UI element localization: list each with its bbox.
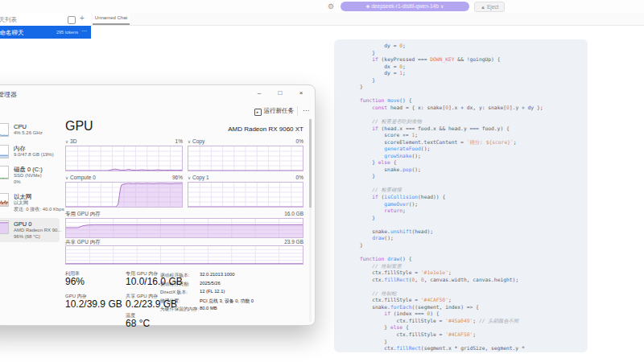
- chat-title: 未命名聊天: [0, 29, 24, 37]
- maximize-button[interactable]: □: [270, 85, 291, 101]
- driver-info-value: 32.0.21013.1000: [200, 272, 235, 279]
- code-line: [360, 91, 581, 98]
- engine-label[interactable]: ∨Copy 1: [188, 175, 209, 180]
- nav-item-detail: 发送: 0 接收: 40.0 Kbps: [14, 207, 56, 213]
- gpu-panel: GPU AMD Radeon RX 9060 XT ∨3D1%∨Copy0%∨C…: [65, 119, 312, 325]
- code-line: growSnake();: [360, 153, 581, 160]
- new-folder-icon[interactable]: [68, 16, 76, 24]
- nav-item-gpu[interactable]: GPU 0AMD Radeon RX 90...96% (68 °C): [0, 218, 60, 242]
- minimize-button[interactable]: –: [249, 85, 270, 101]
- code-line: // 检查碰撞: [360, 187, 581, 194]
- code-line: }: [360, 242, 581, 249]
- nav-item-detail: 4% 5.26 GHz: [14, 130, 56, 137]
- chat-list-item-selected[interactable]: 未命名聊天 295 tokens ⋯: [0, 26, 91, 39]
- engine-chart-compute-0: ∨Compute 096%: [65, 175, 183, 208]
- code-line: snake.forEach((segment, index) => {: [360, 304, 581, 311]
- scrollbar[interactable]: [309, 119, 312, 322]
- more-options-icon[interactable]: ⋯: [303, 105, 309, 117]
- code-line: function move() {: [360, 97, 581, 105]
- chevron-down-icon: ∨: [65, 139, 68, 144]
- engine-chart-svg: [188, 146, 303, 171]
- mem-mini-chart: [0, 145, 9, 158]
- memory-chart-svg: [66, 219, 303, 237]
- engine-label[interactable]: ∨Compute 0: [65, 175, 96, 180]
- code-line: // 绘制背景: [360, 263, 581, 270]
- code-line: [360, 283, 581, 290]
- close-button[interactable]: ×: [291, 85, 312, 101]
- tab-unnamed-chat[interactable]: Unnamed Chat: [93, 13, 130, 25]
- code-line: dx = 0;: [360, 64, 581, 71]
- code-line: [360, 180, 581, 187]
- run-new-task-label: 运行新任务: [264, 107, 295, 114]
- performance-nav: CPU4% 5.26 GHz内存9.0/47.8 GB (19%)磁盘 0 (C…: [0, 121, 62, 245]
- engine-label[interactable]: ∨3D: [65, 138, 76, 144]
- engine-percent: 96%: [172, 175, 183, 180]
- engine-percent: 0%: [296, 175, 303, 180]
- nav-item-detail: 96% (68 °C): [14, 234, 56, 241]
- memory-chart-svg: [66, 246, 303, 264]
- code-line: if (keyPressed === DOWN_KEY && !goingUp)…: [360, 56, 581, 64]
- code-line: ctx.fillStyle = '#4CAF50';: [360, 297, 581, 304]
- code-line: ctx.fillStyle = '#45a049'; // 头部颜色不同: [360, 318, 581, 325]
- code-line: } else {: [360, 324, 581, 331]
- code-line: snake.pop();: [360, 167, 581, 174]
- engine-label[interactable]: ∨Copy: [188, 138, 204, 144]
- code-line: dy = 1;: [360, 70, 581, 77]
- nav-item-title: CPU: [14, 123, 56, 130]
- stat-value: 68 °C: [126, 319, 150, 329]
- memory-chart-box: [65, 218, 303, 238]
- run-new-task-button[interactable]: ▸运行新任务: [254, 105, 295, 117]
- memory-chart-capacity: 23.9 GB: [284, 239, 303, 245]
- loaded-model-pill[interactable]: ◈ deepseek-r1-distill-qwen-14b ∨: [341, 2, 469, 11]
- code-block: dy = 0; } if (keyPressed === DOWN_KEY &&…: [334, 39, 588, 352]
- code-line: } else {: [360, 159, 581, 167]
- code-line: draw();: [360, 235, 581, 242]
- disk-mini-chart: [0, 166, 9, 179]
- nav-item-eth[interactable]: 以太网以太网发送: 0 接收: 40.0 Kbps: [0, 191, 60, 215]
- chat-item-menu-icon[interactable]: ⋯: [81, 28, 87, 35]
- driver-info-value: 2025/5/26: [200, 281, 221, 288]
- code-line: ctx.fillStyle = '#4CAF50';: [360, 331, 581, 339]
- code-line: const head = { x: snake[0].x + dx, y: sn…: [360, 105, 581, 112]
- code-line: if (isCollision(head)) {: [360, 194, 581, 201]
- nav-item-title: 内存: [14, 145, 56, 152]
- gpu-stat-4: 温度68 °C: [126, 312, 150, 329]
- memory-chart-labels: 专用 GPU 内存16.0 GB: [65, 211, 303, 218]
- gpu-mini-svg: [0, 221, 8, 233]
- engine-chart-copy: ∨Copy0%: [188, 138, 303, 171]
- eject-button[interactable]: ▲ Eject: [474, 2, 505, 12]
- eth-mini-svg: [0, 194, 8, 206]
- driver-info-value: 12 (FL 12.1): [200, 289, 225, 296]
- chat-token-count: 295 tokens: [56, 30, 78, 35]
- gear-icon[interactable]: ⚙: [325, 1, 336, 12]
- engine-chart-box: [65, 182, 183, 208]
- scrollbar-thumb[interactable]: [309, 119, 312, 208]
- code-line: gameOver();: [360, 201, 581, 208]
- memory-chart-label: 专用 GPU 内存: [65, 211, 101, 216]
- chevron-down-icon: ∨: [188, 139, 191, 144]
- engine-chart-svg: [188, 183, 303, 207]
- stat-value: 96%: [65, 277, 85, 287]
- new-chat-icon[interactable]: +: [80, 14, 85, 23]
- engine-percent: 0%: [296, 138, 303, 144]
- code-line: ctx.fillRect(segment.x * gridSize, segme…: [360, 345, 581, 352]
- code-line: }: [360, 215, 581, 222]
- code-line: function draw() {: [360, 256, 581, 263]
- nav-item-disk[interactable]: 磁盘 0 (C:)SSD (NVMe)0%: [0, 163, 60, 187]
- memory-chart-label: 共享 GPU 内存: [65, 239, 101, 245]
- nav-item-cpu[interactable]: CPU4% 5.26 GHz: [0, 121, 60, 139]
- eth-mini-chart: [0, 193, 9, 207]
- nav-item-detail: AMD Radeon RX 90...: [14, 228, 56, 234]
- task-manager-window: 任务管理器 – □ × ▸运行新任务 ⋯ CPU4% 5.26 GHz内存9.0…: [0, 84, 316, 326]
- code-line: }: [360, 173, 581, 180]
- code-line: }: [360, 84, 581, 91]
- gpu-device-name: AMD Radeon RX 9060 XT: [228, 125, 303, 133]
- nav-item-mem[interactable]: 内存9.0/47.8 GB (19%): [0, 142, 60, 161]
- engine-chart-box: [188, 146, 303, 171]
- gpu-stat-0: 利用率96%: [65, 270, 85, 287]
- window-title: 任务管理器: [0, 90, 17, 99]
- code-line: ctx.fillRect(0, 0, canvas.width, canvas.…: [360, 277, 581, 284]
- code-line: if (index === 0) {: [360, 311, 581, 318]
- code-line: snake.unshift(head);: [360, 228, 581, 236]
- gpu-engine-charts: ∨3D1%∨Copy0%∨Compute 096%∨Copy 10%: [65, 138, 303, 208]
